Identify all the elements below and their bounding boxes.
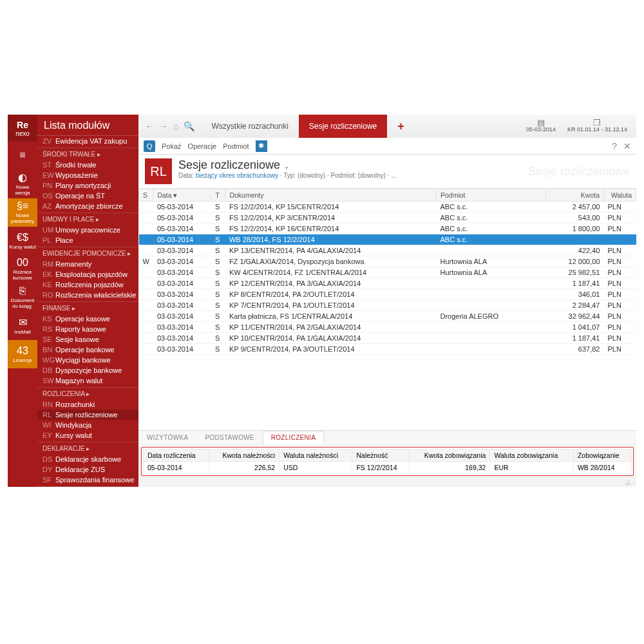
table-row[interactable]: 05-03-2014SFS 12/2/2014, KP 16/CENTR/201… <box>139 223 636 234</box>
view-filter-summary: Data: bieżący okres obrachunkowy · Typ: … <box>178 172 397 179</box>
sidebar-group[interactable]: ŚRODKI TRWAŁE ▸ <box>37 147 138 160</box>
detail-column: Data rozliczenia <box>144 450 209 462</box>
sidebar-item[interactable]: DSDeklaracje skarbowe <box>37 454 138 464</box>
table-row[interactable]: 05-03-2014SFS 12/2/2014, KP 3/CENTR/2014… <box>139 213 636 223</box>
sidebar-item[interactable]: EKEksploatacja pojazdów <box>37 269 138 279</box>
detail-panel: Data rozliczeniaKwota należnościWaluta n… <box>141 447 634 476</box>
table-row[interactable]: W03-03-2014SFZ 1/GALAXIA/2014, Dyspozycj… <box>139 256 636 267</box>
sidebar-item[interactable]: RLSesje rozliczeniowe <box>37 410 138 420</box>
detail-tab[interactable]: WIZYTÓWKA <box>138 431 196 444</box>
sidebar-item[interactable]: BNOperacje bankowe <box>37 345 138 355</box>
view-header: RL Sesje rozliczeniowe ⌄ Data: bieżący o… <box>138 155 636 189</box>
column-header[interactable]: Kwota <box>546 189 604 202</box>
sidebar-item[interactable]: KSOperacje kasowe <box>37 314 138 324</box>
sidebar-item[interactable]: RORozliczenia właścicielskie <box>37 290 138 300</box>
sidebar-group[interactable]: DEKLARACJE ▸ <box>37 442 138 454</box>
table-row[interactable]: 03-03-2014SKP 12/CENTR/2014, PA 3/GALAXI… <box>139 278 636 289</box>
sidebar-item[interactable]: SFSprawozdania finansowe <box>37 475 138 485</box>
dock-item[interactable]: 43Licencje <box>8 340 37 368</box>
sidebar-item[interactable]: DYDeklaracje ZUS <box>37 464 138 475</box>
dock-item[interactable]: 00Różnice kursowe <box>8 255 37 283</box>
main-grid[interactable]: SData ▾TDokumentyPodmiotKwotaWaluta05-03… <box>138 189 636 430</box>
sidebar-item[interactable]: KERozliczenia pojazdów <box>37 279 138 290</box>
table-row[interactable]: 05-03-2014SFS 12/2/2014, KP 15/CENTR/201… <box>139 202 636 213</box>
left-dock: Renexo ≡◐Nowa wersja§≡Nowe parametry€$Ku… <box>8 115 37 487</box>
sidebar-item[interactable]: EYKursy walut <box>37 430 138 440</box>
dock-item[interactable]: ✉InsMail <box>8 312 37 340</box>
module-sidebar: Lista modułów ZVEwidencja VAT zakupuŚROD… <box>37 115 138 487</box>
detail-tabs: WIZYTÓWKAPODSTAWOWEROZLICZENIA <box>138 430 636 444</box>
nav-back-icon[interactable]: ← <box>145 121 154 131</box>
sidebar-item[interactable]: DBDyspozycje bankowe <box>37 365 138 375</box>
dock-item[interactable]: ◐Nowa wersja <box>8 170 37 198</box>
table-row[interactable]: 05-03-2014SWB 28/2014, FS 12/2/2014ABC s… <box>139 234 636 245</box>
table-row[interactable]: 03-03-2014SKarta płatnicza, FS 1/CENTRAL… <box>139 311 636 322</box>
toolbar-ops[interactable]: Operacje <box>188 142 217 150</box>
table-row[interactable]: 03-03-2014SKP 11/CENTR/2014, PA 2/GALAXI… <box>139 322 636 333</box>
date-indicator[interactable]: ▤05-03-2014 <box>526 120 556 133</box>
sidebar-item[interactable]: RNRozrachunki <box>37 399 138 410</box>
detail-column: Waluta zobowiązania <box>490 450 573 462</box>
sidebar-item[interactable]: SESesje kasowe <box>37 334 138 345</box>
sidebar-item[interactable]: RSRaporty kasowe <box>37 324 138 334</box>
toolbar: Q Pokaż Operacje Podmiot ✱ ? ✕ <box>138 138 636 155</box>
sidebar-item[interactable]: AZAmortyzacje zbiorcze <box>37 201 138 211</box>
sidebar-item[interactable]: EWWyposażenie <box>37 170 138 180</box>
dock-item[interactable]: ⎘Dokument do księg. <box>8 283 37 312</box>
toolbar-show[interactable]: Pokaż <box>162 142 182 150</box>
detail-tab[interactable]: ROZLICZENIA <box>263 431 324 444</box>
table-row[interactable]: 03-03-2014SKP 8/CENTR/2014, PA 2/OUTLET/… <box>139 289 636 300</box>
detail-column: Waluta należności <box>279 450 352 462</box>
dock-item[interactable]: §≡Nowe parametry <box>8 198 37 227</box>
sidebar-group[interactable]: UMOWY I PŁACE ▸ <box>37 213 138 225</box>
tab[interactable]: Sesje rozliczeniowe <box>299 115 387 138</box>
sidebar-item[interactable]: ZVEwidencja VAT zakupu <box>37 136 138 146</box>
column-header[interactable]: Dokumenty <box>225 189 437 202</box>
sidebar-item[interactable]: RMRemanenty <box>37 259 138 269</box>
table-row[interactable]: 03-03-2014SKP 9/CENTR/2014, PA 3/OUTLET/… <box>139 344 636 355</box>
table-row[interactable]: 03-03-2014SKP 7/CENTR/2014, PA 1/OUTLET/… <box>139 300 636 311</box>
sidebar-item[interactable]: UMUmowy pracownicze <box>37 225 138 235</box>
sidebar-item[interactable]: WIWindykacja <box>37 420 138 430</box>
dock-item[interactable]: €$Kursy walut <box>8 227 37 255</box>
sidebar-item[interactable]: OSOperacje na ŚT <box>37 191 138 201</box>
sidebar-item[interactable]: PNPlany amortyzacji <box>37 180 138 191</box>
top-bar: ← → ⌂ 🔍 Wszystkie rozrachunkiSesje rozli… <box>138 115 636 138</box>
column-header[interactable]: Podmiot <box>437 189 546 202</box>
sidebar-item[interactable]: WGWyciągi bankowe <box>37 355 138 365</box>
tab[interactable]: Wszystkie rozrachunki <box>201 115 298 138</box>
sidebar-group[interactable]: KARTOTEKI ▸ <box>37 486 138 487</box>
help-icon[interactable]: ? <box>612 141 617 151</box>
sidebar-item[interactable]: STŚrodki trwałe <box>37 160 138 170</box>
table-row[interactable]: 03-03-2014SKP 13/CENTR/2014, PA 4/GALAXI… <box>139 245 636 256</box>
sidebar-group[interactable]: EWIDENCJE POMOCNICZE ▸ <box>37 247 138 259</box>
detail-tab[interactable]: PODSTAWOWE <box>196 431 262 444</box>
app-logo: Renexo <box>8 115 37 142</box>
gear-icon[interactable]: ✱ <box>256 140 267 152</box>
sidebar-item[interactable]: PLPłace <box>37 235 138 245</box>
dock-item[interactable]: ≡ <box>8 142 37 170</box>
column-header[interactable]: Waluta <box>604 189 636 202</box>
column-header[interactable]: T <box>211 189 225 202</box>
table-row[interactable]: 03-03-2014SKP 10/CENTR/2014, PA 1/GALAXI… <box>139 333 636 344</box>
table-row[interactable]: 03-03-2014SKW 4/CENTR/2014, FZ 1/CENTRAL… <box>139 267 636 278</box>
toolbar-subject[interactable]: Podmiot <box>223 142 249 150</box>
sidebar-title: Lista modułów <box>37 115 138 136</box>
column-header[interactable]: S <box>139 189 153 202</box>
nav-home-icon[interactable]: ⌂ <box>173 121 178 131</box>
nav-forward-icon[interactable]: → <box>159 121 168 131</box>
quickfilter-icon[interactable]: Q <box>144 140 155 152</box>
detail-row[interactable]: 05-03-2014226,52USDFS 12/2/2014169,32EUR… <box>144 462 632 474</box>
sidebar-item[interactable]: SWMagazyn walut <box>37 375 138 386</box>
nav-search-icon[interactable]: 🔍 <box>184 121 194 131</box>
column-header[interactable]: Data ▾ <box>153 189 211 202</box>
sidebar-group[interactable]: ROZLICZENIA ▸ <box>37 387 138 399</box>
sidebar-group[interactable]: FINANSE ▸ <box>37 301 138 314</box>
detail-column: Kwota należności <box>209 450 279 462</box>
close-icon[interactable]: ✕ <box>623 141 631 151</box>
detail-column: Kwota zobowiązania <box>409 450 490 462</box>
view-title[interactable]: Sesje rozliczeniowe ⌄ <box>178 158 397 172</box>
period-indicator[interactable]: ❐KR 01.01.14 - 31.12.14 <box>567 120 627 133</box>
tab-add[interactable]: + <box>387 115 415 138</box>
period-link[interactable]: bieżący okres obrachunkowy <box>196 172 278 179</box>
